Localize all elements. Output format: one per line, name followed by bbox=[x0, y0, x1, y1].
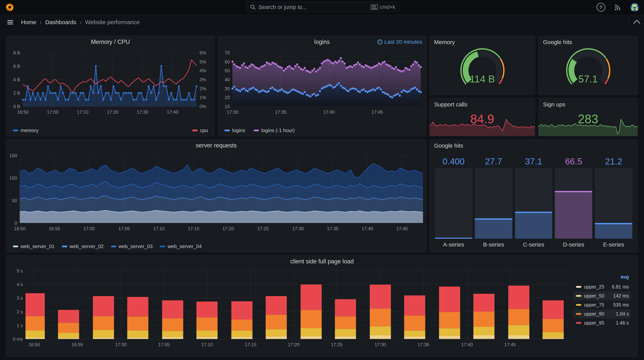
panel-server-requests: server requests 16:5016:5517:0017:0517:1… bbox=[6, 139, 426, 252]
svg-text:5%: 5% bbox=[200, 59, 206, 64]
svg-text:4 s: 4 s bbox=[17, 282, 23, 287]
svg-text:20: 20 bbox=[225, 95, 230, 100]
panel-support-calls: Support calls 84.9 bbox=[429, 98, 535, 136]
svg-text:17:30: 17:30 bbox=[137, 110, 148, 115]
svg-text:6 B: 6 B bbox=[13, 64, 20, 69]
panel-title[interactable]: Support calls bbox=[434, 101, 467, 108]
breadcrumb-bar: Home › Dashboards › Website performance bbox=[0, 15, 644, 30]
panel-title[interactable]: Memory / CPU bbox=[6, 38, 214, 46]
legend-item-logins[interactable]: logins bbox=[224, 128, 245, 134]
svg-text:1%: 1% bbox=[200, 95, 206, 100]
svg-text:16:55: 16:55 bbox=[72, 342, 83, 347]
legend-item-cpu[interactable]: cpu bbox=[192, 128, 208, 134]
menu-icon[interactable] bbox=[7, 20, 13, 24]
svg-text:16:50: 16:50 bbox=[28, 342, 40, 347]
panel-title[interactable]: Sign ups bbox=[543, 101, 566, 108]
svg-text:30: 30 bbox=[225, 86, 230, 91]
bar-track bbox=[515, 168, 552, 239]
legend-item-web-server-02[interactable]: web_server_02 bbox=[62, 244, 104, 250]
panel-title[interactable]: client side full page load bbox=[6, 258, 638, 265]
bar-value: 21.2 bbox=[605, 155, 622, 168]
bar-track bbox=[475, 168, 512, 239]
svg-text:0 B: 0 B bbox=[13, 104, 20, 109]
bar-label: C-series bbox=[523, 241, 544, 248]
stat-value: 283 bbox=[538, 112, 638, 126]
bar-track bbox=[435, 168, 472, 239]
svg-text:17:15: 17:15 bbox=[188, 226, 199, 231]
legend-item-upper-95[interactable]: upper_951.46 s bbox=[573, 318, 631, 328]
svg-text:1 s: 1 s bbox=[17, 323, 23, 328]
svg-text:17:40: 17:40 bbox=[167, 110, 178, 115]
breadcrumb-dashboards[interactable]: Dashboards bbox=[45, 19, 76, 26]
svg-text:17:40: 17:40 bbox=[323, 110, 335, 115]
legend-avg-header[interactable]: avg bbox=[573, 273, 631, 282]
search-placeholder: Search or jump to... bbox=[258, 4, 368, 10]
top-nav-bar: Search or jump to... cmd+k ? bbox=[0, 0, 644, 15]
panel-title[interactable]: Memory bbox=[434, 39, 455, 46]
svg-text:17:20: 17:20 bbox=[222, 226, 234, 231]
legend-item-web-server-04[interactable]: web_server_04 bbox=[160, 244, 202, 250]
bar-gauge-e-series: 21.2 E-series bbox=[595, 155, 632, 248]
stat-value: 84.9 bbox=[430, 112, 535, 126]
search-input[interactable]: Search or jump to... cmd+k bbox=[246, 2, 399, 12]
panel-google-hits-bars: Google hits 0.400 A-series 27.7 B-series… bbox=[429, 139, 638, 252]
svg-text:17:00: 17:00 bbox=[47, 110, 58, 115]
svg-text:100: 100 bbox=[10, 176, 17, 180]
user-avatar[interactable] bbox=[630, 3, 639, 12]
svg-text:17:05: 17:05 bbox=[118, 226, 130, 231]
legend-item-memory[interactable]: memory bbox=[13, 128, 38, 134]
panel-title[interactable]: Google hits bbox=[434, 142, 463, 149]
legend-item-upper-50[interactable]: upper_50142 ms bbox=[573, 291, 631, 300]
legend-item-logins-prev[interactable]: logins (-1 hour) bbox=[254, 128, 295, 134]
news-rss-icon[interactable] bbox=[614, 3, 622, 11]
memory-cpu-chart: 16:5017:0017:1017:2017:3017:408 B6 B4 B2… bbox=[6, 47, 215, 124]
breadcrumb-home[interactable]: Home bbox=[21, 19, 36, 26]
panel-title[interactable]: Google hits bbox=[543, 39, 572, 46]
svg-text:0: 0 bbox=[14, 220, 17, 226]
search-shortcut: cmd+k bbox=[371, 4, 395, 10]
svg-text:50: 50 bbox=[12, 198, 17, 203]
time-range-badge[interactable]: Last 20 minutes bbox=[378, 39, 422, 45]
google-hits-gauge bbox=[560, 46, 617, 92]
svg-text:17:35: 17:35 bbox=[327, 226, 338, 231]
svg-text:17:00: 17:00 bbox=[84, 226, 95, 231]
svg-text:17:45: 17:45 bbox=[372, 110, 383, 115]
bar-value: 66.5 bbox=[565, 155, 582, 168]
bar-value: 37.1 bbox=[525, 155, 542, 168]
panel-title[interactable]: server requests bbox=[6, 142, 426, 149]
svg-text:0%: 0% bbox=[200, 104, 206, 109]
svg-text:17:25: 17:25 bbox=[331, 342, 342, 347]
svg-text:17:00: 17:00 bbox=[115, 342, 127, 347]
chevron-up-icon[interactable] bbox=[633, 20, 640, 27]
legend-item-web-server-03[interactable]: web_server_03 bbox=[111, 244, 153, 250]
keyboard-icon bbox=[371, 4, 378, 10]
legend-item-upper-75[interactable]: upper_75535 ms bbox=[573, 300, 631, 310]
svg-text:2 B: 2 B bbox=[13, 90, 20, 96]
svg-text:4%: 4% bbox=[200, 68, 206, 73]
clock-icon bbox=[378, 40, 382, 44]
panel-logins: logins Last 20 minutes 17:3017:3517:4017… bbox=[218, 36, 426, 136]
legend-item-upper-25[interactable]: upper_256.81 ms bbox=[573, 282, 631, 291]
legend-item-upper-90[interactable]: upper_901.04 s bbox=[573, 310, 631, 318]
svg-text:17:30: 17:30 bbox=[292, 226, 304, 231]
svg-text:2%: 2% bbox=[200, 86, 206, 91]
bar-gauge-a-series: 0.400 A-series bbox=[435, 155, 472, 248]
dashboard-grid: Memory / CPU 16:5017:0017:1017:2017:3017… bbox=[0, 30, 644, 360]
panel-sign-ups: Sign ups 283 bbox=[538, 98, 638, 136]
legend-item-web-server-01[interactable]: web_server_01 bbox=[13, 244, 55, 250]
svg-text:17:20: 17:20 bbox=[288, 342, 300, 347]
bar-value: 27.7 bbox=[485, 155, 502, 168]
grafana-logo-icon[interactable] bbox=[5, 3, 14, 12]
help-icon[interactable]: ? bbox=[596, 3, 605, 12]
svg-text:5 s: 5 s bbox=[17, 268, 23, 273]
bar-value: 0.400 bbox=[442, 155, 464, 168]
bar-label: A-series bbox=[443, 241, 464, 248]
bar-label: D-series bbox=[563, 241, 584, 248]
panel-memory-gauge: Memory 114 B bbox=[429, 36, 535, 95]
server-requests-chart: 16:5016:5517:0017:0517:1017:1517:2017:25… bbox=[6, 150, 426, 240]
bar-track bbox=[595, 168, 632, 239]
panel-client-page-load: client side full page load 16:5016:5517:… bbox=[6, 255, 638, 357]
svg-text:70: 70 bbox=[225, 50, 230, 56]
memory-gauge bbox=[454, 46, 511, 92]
svg-text:17:30: 17:30 bbox=[374, 342, 386, 347]
